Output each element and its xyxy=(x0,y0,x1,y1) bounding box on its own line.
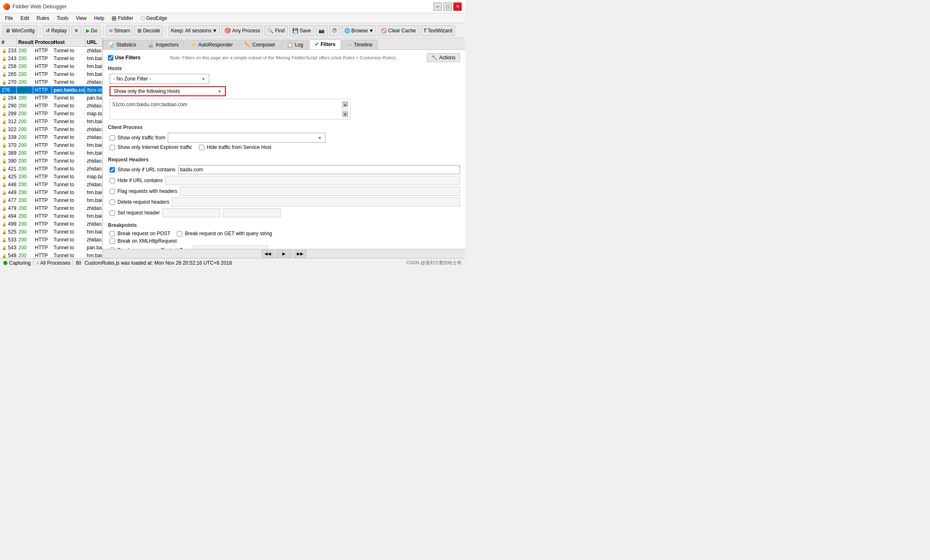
menu-rules[interactable]: Rules xyxy=(33,15,53,22)
session-row[interactable]: 🔒 322 200 HTTP Tunnel to zhidao.baidu.co… xyxy=(0,126,103,134)
row-host: Tunnel to xyxy=(52,126,85,133)
zone-filter-dropdown[interactable]: - No Zone Filter - ▼ xyxy=(110,74,209,84)
row-url: hm.baidu.com:443 xyxy=(85,189,103,196)
save-button[interactable]: 💾 Save xyxy=(289,25,314,36)
session-row[interactable]: 🔒 389 200 HTTP Tunnel to hm.baidu.com:44… xyxy=(0,149,103,157)
tab-filters[interactable]: ✔ Filters xyxy=(309,39,341,49)
row-num: 🔒 548 xyxy=(0,252,17,258)
tab-log[interactable]: 📋 Log xyxy=(281,40,308,49)
text-wizard-button[interactable]: T TextWizard xyxy=(421,25,455,36)
flag-headers-input[interactable] xyxy=(180,187,460,196)
minimize-button[interactable]: ─ xyxy=(433,2,442,11)
session-row[interactable]: 🔒 370 200 HTTP Tunnel to hm.baidu.com:44… xyxy=(0,141,103,149)
menu-tools[interactable]: Tools xyxy=(54,15,72,22)
row-url: zhidao.baidu.com:443 xyxy=(85,47,103,54)
clear-cache-button[interactable]: 🚫 Clear Cache xyxy=(378,25,419,36)
row-protocol: HTTP xyxy=(33,236,52,243)
show-ie-checkbox[interactable] xyxy=(110,145,115,150)
close-button[interactable]: ✕ xyxy=(453,2,462,11)
show-traffic-checkbox[interactable] xyxy=(110,135,115,141)
session-row[interactable]: 🔒 479 200 HTTP Tunnel to zhidao.baidu.co… xyxy=(0,205,103,212)
session-row[interactable]: 🔒 494 200 HTTP Tunnel to hm.baidu.com:44… xyxy=(0,212,103,220)
menu-geoedge[interactable]: ⬡ GeoEdge xyxy=(137,15,171,22)
session-rows[interactable]: 🔒 233 200 HTTP Tunnel to zhidao.baidu.co… xyxy=(0,47,103,258)
scroll-up[interactable]: ▲ xyxy=(343,102,348,107)
lock-icon: 🔒 xyxy=(2,167,7,171)
traffic-process-dropdown[interactable]: ▼ xyxy=(168,133,326,143)
session-row[interactable]: 🔒 449 200 HTTP Tunnel to hm.baidu.com:44… xyxy=(0,189,103,197)
tab-composer[interactable]: ✏️ Composer xyxy=(239,40,281,49)
menu-file[interactable]: File xyxy=(2,15,16,22)
session-row[interactable]: 276 200 HTTP pan.baidu.com /box-static/b… xyxy=(0,86,103,94)
browse-dropdown[interactable]: 🌐 Browse ▼ xyxy=(342,25,376,36)
session-row[interactable]: 🔒 477 200 HTTP Tunnel to hm.baidu.com:44… xyxy=(0,197,103,205)
hide-url-input[interactable] xyxy=(165,176,460,185)
set-header-input1[interactable] xyxy=(162,208,220,217)
session-row[interactable]: 🔒 533 200 HTTP Tunnel to zhidao.baidu.co… xyxy=(0,236,103,244)
session-row[interactable]: 🔒 390 200 HTTP Tunnel to zhidao.baidu.co… xyxy=(0,157,103,165)
host-filter-dropdown[interactable]: Show only the following Hosts ▼ xyxy=(110,86,226,96)
decode-button[interactable]: ⊞ Decode xyxy=(135,25,163,36)
menu-view[interactable]: View xyxy=(73,15,90,22)
row-url: hm.baidu.com:443 xyxy=(85,55,103,62)
break-post-checkbox[interactable] xyxy=(110,231,115,236)
menu-edit[interactable]: Edit xyxy=(17,15,32,22)
keep-dropdown[interactable]: Keep: All sessions ▼ xyxy=(169,25,220,36)
session-row[interactable]: 🔒 290 200 HTTP Tunnel to zhidao.baidu.co… xyxy=(0,102,103,110)
hosts-scrollbar[interactable]: ▲ ▼ xyxy=(342,101,348,117)
hide-url-checkbox[interactable] xyxy=(110,178,115,183)
session-row[interactable]: 🔒 543 200 HTTP Tunnel to pan.baidu.com:4… xyxy=(0,244,103,252)
transport-back[interactable]: ◀◀ xyxy=(262,250,274,258)
timer-button[interactable]: ⏱ xyxy=(329,25,340,36)
session-row[interactable]: 🔒 299 200 HTTP Tunnel to map.baidu.com:4… xyxy=(0,110,103,118)
session-row[interactable]: 🔒 448 200 HTTP Tunnel to zhidao.baidu.co… xyxy=(0,181,103,189)
session-row[interactable]: 🔒 258 200 HTTP Tunnel to hm.baidu.com:44… xyxy=(0,63,103,71)
session-row[interactable]: 🔒 525 200 HTTP Tunnel to hm.baidu.com:44… xyxy=(0,228,103,236)
flag-headers-checkbox[interactable] xyxy=(110,189,115,194)
scroll-down[interactable]: ▼ xyxy=(343,112,348,117)
session-row[interactable]: 🔒 425 200 HTTP Tunnel to map.baidu.com:4… xyxy=(0,173,103,181)
menu-help[interactable]: Help xyxy=(91,15,108,22)
session-row[interactable]: 🔒 243 200 HTTP Tunnel to hm.baidu.com:44… xyxy=(0,55,103,63)
actions-button[interactable]: 🔧 Actions xyxy=(427,53,460,62)
find-button[interactable]: 🔍 Find xyxy=(264,25,287,36)
transport-play[interactable]: ▶ xyxy=(276,250,292,258)
session-row[interactable]: 🔒 339 200 HTTP Tunnel to zhidao.baidu.co… xyxy=(0,134,103,141)
tab-autoresponder[interactable]: ⚡ AutoResponder xyxy=(185,40,238,49)
tab-inspectors[interactable]: 🔬 Inspectors xyxy=(142,40,184,49)
transport-forward[interactable]: ▶▶ xyxy=(294,250,306,258)
screenshot-button[interactable]: 📷 xyxy=(316,25,328,36)
session-row[interactable]: 🔒 312 200 HTTP Tunnel to hm.baidu.com:44… xyxy=(0,118,103,126)
session-row[interactable]: 🔒 233 200 HTTP Tunnel to zhidao.baidu.co… xyxy=(0,47,103,55)
maximize-button[interactable]: □ xyxy=(443,2,452,11)
replay-button[interactable]: ↺ Replay xyxy=(43,25,69,36)
hide-service-checkbox[interactable] xyxy=(199,145,204,150)
session-row[interactable]: 🔒 284 200 HTTP Tunnel to pan.baidu.com:4… xyxy=(0,94,103,102)
session-row[interactable]: 🔒 265 200 HTTP Tunnel to hm.baidu.com:44… xyxy=(0,71,103,78)
tab-statistics[interactable]: 📊 Statistics xyxy=(103,40,142,49)
session-row[interactable]: 🔒 499 200 HTTP Tunnel to zhidao.baidu.co… xyxy=(0,220,103,228)
any-process-button[interactable]: 🎯 Any Process xyxy=(221,25,263,36)
delete-headers-input[interactable] xyxy=(172,197,460,207)
keep-dropdown-arrow: ▼ xyxy=(212,28,217,34)
stream-button[interactable]: ≋ Stream xyxy=(106,25,133,36)
cancel-button[interactable]: ✕ xyxy=(71,25,81,36)
hosts-input-text[interactable]: 51cto.com;baidu.com;taobao.com xyxy=(112,101,342,117)
break-xml-checkbox[interactable] xyxy=(110,239,115,244)
set-header-checkbox[interactable] xyxy=(110,210,115,216)
use-filters-checkbox[interactable] xyxy=(108,55,113,61)
session-row[interactable]: 🔒 270 200 HTTP Tunnel to zhidao.baidu.co… xyxy=(0,78,103,86)
set-header-input2[interactable] xyxy=(223,208,281,217)
tab-timeline[interactable]: — Timeline xyxy=(342,40,378,49)
delete-headers-checkbox[interactable] xyxy=(110,200,115,205)
break-response-input[interactable] xyxy=(193,246,268,249)
session-row[interactable]: 🔒 548 200 HTTP Tunnel to hm.baidu.com:44… xyxy=(0,252,103,258)
show-url-checkbox[interactable] xyxy=(110,167,115,173)
client-process-section: Client Process Show only traffic from ▼ xyxy=(108,124,460,152)
menu-fiddler[interactable]: ⊞ Fiddler xyxy=(108,14,137,22)
session-row[interactable]: 🔒 421 200 HTTP Tunnel to zhidao.baidu.co… xyxy=(0,165,103,173)
break-get-checkbox[interactable] xyxy=(177,231,182,236)
show-url-input[interactable] xyxy=(178,165,460,174)
go-button[interactable]: ▶ Go xyxy=(83,25,100,36)
winconfig-button[interactable]: 🖥 WinConfig xyxy=(2,25,37,36)
